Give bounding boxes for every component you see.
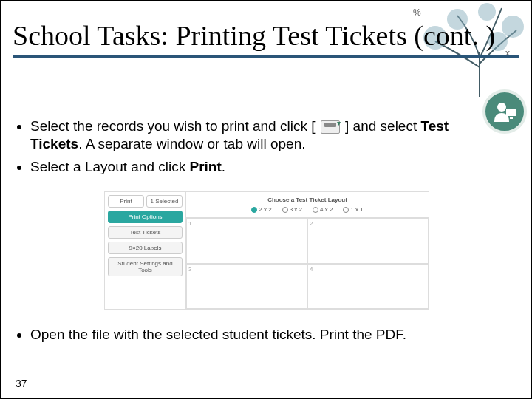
labels-option: 9×20 Labels <box>108 242 183 254</box>
print-options-tab: Print Options <box>108 211 183 223</box>
dialog-sidebar: Print 1 Selected Print Options Test Tick… <box>105 192 186 309</box>
slide: % x School Tasks: Printing Test Tickets … <box>0 0 532 399</box>
layout-1x1: 1 x 1 <box>343 206 363 213</box>
bullet-1: Select the records you wish to print and… <box>30 117 502 154</box>
selected-count: 1 Selected <box>146 195 183 208</box>
bullet-2: Select a Layout and click Print. <box>30 158 502 176</box>
dialog-title: Choose a Test Ticket Layout <box>189 197 426 203</box>
layout-preview: 1 2 3 4 <box>186 218 429 309</box>
svg-point-2 <box>478 3 496 21</box>
preview-cell: 4 <box>307 264 429 310</box>
radio-icon <box>313 207 318 213</box>
layout-options: 2 x 2 3 x 2 4 x 2 1 x 1 <box>189 206 426 213</box>
layout-3x2: 3 x 2 <box>282 206 302 213</box>
radio-icon <box>251 207 257 213</box>
text: ] and select <box>345 118 420 134</box>
dialog-main: Choose a Test Ticket Layout 2 x 2 3 x 2 … <box>186 192 429 309</box>
bullet-list-2: Open the file with the selected student … <box>30 326 502 344</box>
dialog-header: Choose a Test Ticket Layout 2 x 2 3 x 2 … <box>186 192 429 218</box>
page-number: 37 <box>16 378 27 389</box>
print-button: Print <box>108 195 144 208</box>
svg-point-7 <box>497 103 506 112</box>
preview-cell: 3 <box>186 264 307 310</box>
text: . A separate window or tab will open. <box>78 136 305 151</box>
bold-text: Print <box>189 159 221 174</box>
test-tickets-option: Test Tickets <box>108 226 183 239</box>
svg-rect-9 <box>510 117 513 119</box>
svg-rect-8 <box>506 109 516 116</box>
bullet-3: Open the file with the selected student … <box>30 326 502 344</box>
bullet-list: Select the records you wish to print and… <box>30 117 502 180</box>
layout-2x2: 2 x 2 <box>251 206 271 213</box>
layout-dialog-screenshot: Print 1 Selected Print Options Test Tick… <box>104 191 429 310</box>
radio-icon <box>282 207 288 213</box>
title-area: School Tasks: Printing Test Tickets (con… <box>13 21 519 58</box>
preview-cell: 2 <box>307 218 429 264</box>
printer-dropdown-icon <box>321 120 340 134</box>
svg-text:%: % <box>413 7 421 18</box>
settings-option: Student Settings and Tools <box>108 257 183 276</box>
preview-cell: 1 <box>186 218 307 264</box>
page-title: School Tasks: Printing Test Tickets (con… <box>13 21 519 58</box>
radio-icon <box>343 207 349 213</box>
text: Select a Layout and click <box>30 159 189 174</box>
text: . <box>222 159 225 174</box>
layout-4x2: 4 x 2 <box>313 206 332 213</box>
text: Select the records you wish to print and… <box>30 118 315 134</box>
